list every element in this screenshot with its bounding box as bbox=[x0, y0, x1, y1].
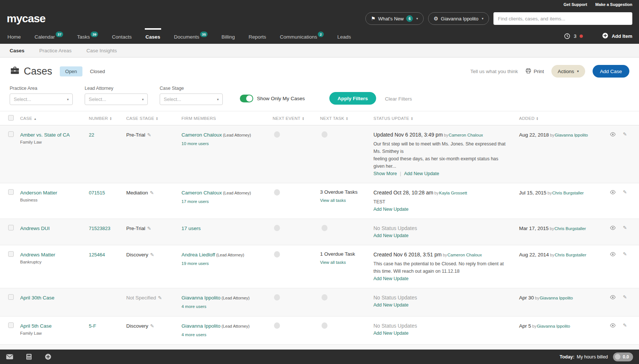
clear-filters-link[interactable]: Clear Filters bbox=[385, 96, 412, 102]
nav-item-cases[interactable]: Cases bbox=[145, 28, 161, 44]
nav-item-billing[interactable]: Billing bbox=[221, 28, 235, 44]
add-new-update-link[interactable]: Add New Update bbox=[374, 233, 409, 238]
get-support-link[interactable]: Get Support bbox=[564, 2, 587, 9]
view-all-tasks-link[interactable]: View all tasks bbox=[320, 198, 346, 203]
lead-attorney-select[interactable]: Select...▾ bbox=[85, 94, 148, 105]
case-link[interactable]: Amber vs. State of CA bbox=[20, 132, 70, 138]
added-by-link[interactable]: Chris Burgstaller bbox=[552, 191, 584, 195]
subnav-item-case-insights[interactable]: Case Insights bbox=[87, 48, 117, 53]
nav-item-reports[interactable]: Reports bbox=[248, 28, 267, 44]
case-link[interactable]: Andrews DUI bbox=[20, 226, 50, 231]
closed-filter-toggle[interactable]: Closed bbox=[90, 69, 105, 74]
more-users-link[interactable]: 4 more users bbox=[182, 332, 206, 337]
firm-member-link[interactable]: Cameron Chaloux bbox=[182, 190, 222, 196]
case-link[interactable]: April 5th Case bbox=[20, 323, 52, 329]
case-number-link[interactable]: 71523823 bbox=[89, 226, 110, 231]
row-checkbox[interactable] bbox=[8, 225, 14, 230]
add-item-button[interactable]: Add Item bbox=[602, 32, 632, 40]
firm-member-link[interactable]: Giavanna Ippolito bbox=[182, 323, 221, 329]
case-link[interactable]: Anderson Matter bbox=[20, 190, 57, 196]
edit-stage-pencil-icon[interactable]: ✎ bbox=[150, 323, 154, 329]
actions-dropdown-button[interactable]: Actions ▾ bbox=[551, 65, 585, 78]
add-case-button[interactable]: Add Case bbox=[593, 65, 629, 78]
added-by-link[interactable]: Chris Burgstaller bbox=[555, 253, 586, 257]
more-users-link[interactable]: 4 more users bbox=[182, 304, 206, 309]
make-suggestion-link[interactable]: Make a Suggestion bbox=[595, 2, 632, 9]
show-more-link[interactable]: Show More bbox=[374, 171, 397, 176]
add-new-update-link[interactable]: Add New Update bbox=[374, 276, 409, 281]
edit-case-pencil-icon[interactable]: ✎ bbox=[623, 189, 627, 195]
view-case-eye-icon[interactable] bbox=[610, 323, 616, 328]
added-by-link[interactable]: Chris Burgstaller bbox=[554, 226, 586, 231]
nav-item-communications[interactable]: Communications2 bbox=[279, 28, 325, 44]
edit-stage-pencil-icon[interactable]: ✎ bbox=[150, 190, 154, 196]
print-button[interactable]: Print bbox=[525, 68, 544, 75]
added-by-link[interactable]: Giavanna Ippolito bbox=[539, 296, 573, 300]
nav-item-contacts[interactable]: Contacts bbox=[111, 28, 132, 44]
timer-clock-icon[interactable] bbox=[564, 33, 570, 39]
column-header-added[interactable]: ADDED▲▼ bbox=[516, 111, 607, 125]
firm-member-link[interactable]: Andrea Liedloff bbox=[182, 252, 215, 258]
view-case-eye-icon[interactable] bbox=[610, 132, 616, 137]
edit-case-pencil-icon[interactable]: ✎ bbox=[623, 294, 627, 300]
nav-item-tasks[interactable]: Tasks39 bbox=[76, 28, 99, 44]
nav-item-calendar[interactable]: Calendar37 bbox=[34, 28, 64, 44]
nav-item-leads[interactable]: Leads bbox=[337, 28, 352, 44]
case-link[interactable]: Andrews Matter bbox=[20, 252, 55, 258]
case-number-link[interactable]: 071515 bbox=[89, 190, 105, 196]
view-all-tasks-link[interactable]: View all tasks bbox=[320, 260, 346, 265]
add-new-update-link[interactable]: Add New Update bbox=[374, 302, 409, 308]
row-checkbox[interactable] bbox=[8, 251, 14, 257]
calculator-icon[interactable] bbox=[26, 354, 32, 360]
row-checkbox[interactable] bbox=[8, 322, 14, 328]
mycase-logo[interactable]: mycase bbox=[7, 12, 45, 25]
feedback-link[interactable]: Tell us what you think bbox=[470, 69, 518, 74]
show-only-my-cases-toggle[interactable] bbox=[240, 95, 253, 102]
edit-stage-pencil-icon[interactable]: ✎ bbox=[158, 295, 162, 301]
apply-filters-button[interactable]: Apply Filters bbox=[329, 92, 376, 105]
more-users-link[interactable]: 10 more users bbox=[182, 141, 209, 146]
hours-billed-pill[interactable]: 0.0 bbox=[613, 352, 633, 361]
select-all-checkbox[interactable] bbox=[8, 115, 14, 121]
add-new-update-link[interactable]: Add New Update bbox=[374, 207, 409, 212]
row-checkbox[interactable] bbox=[8, 189, 14, 195]
column-header-next-event[interactable]: NEXT EVENT▲▼ bbox=[270, 111, 317, 125]
view-case-eye-icon[interactable] bbox=[610, 295, 616, 300]
case-number-link[interactable]: 125464 bbox=[89, 252, 105, 258]
firm-member-link[interactable]: 17 users bbox=[182, 226, 201, 231]
add-new-update-link[interactable]: Add New Update bbox=[374, 331, 409, 336]
case-number-link[interactable]: 22 bbox=[89, 132, 94, 138]
subnav-item-cases[interactable]: Cases bbox=[10, 48, 25, 53]
nav-item-documents[interactable]: Documents35 bbox=[173, 28, 209, 44]
column-header-status-update[interactable]: STATUS UPDATE▲▼ bbox=[371, 111, 516, 125]
global-search-input[interactable] bbox=[493, 12, 632, 25]
nav-item-home[interactable]: Home bbox=[7, 28, 22, 44]
edit-case-pencil-icon[interactable]: ✎ bbox=[623, 322, 627, 328]
view-case-eye-icon[interactable] bbox=[610, 190, 616, 195]
status-author-link[interactable]: Cameron Chaloux bbox=[447, 253, 482, 257]
edit-stage-pencil-icon[interactable]: ✎ bbox=[150, 252, 154, 258]
edit-stage-pencil-icon[interactable]: ✎ bbox=[147, 132, 151, 138]
edit-case-pencil-icon[interactable]: ✎ bbox=[623, 251, 627, 257]
view-case-eye-icon[interactable] bbox=[610, 225, 616, 230]
firm-member-link[interactable]: Giavanna Ippolito bbox=[182, 295, 221, 301]
status-author-link[interactable]: Cameron Chaloux bbox=[449, 133, 483, 137]
more-users-link[interactable]: 17 more users bbox=[182, 199, 209, 204]
row-checkbox[interactable] bbox=[8, 294, 14, 300]
practice-area-select[interactable]: Select...▾ bbox=[10, 94, 73, 105]
subnav-item-practice-areas[interactable]: Practice Areas bbox=[39, 48, 72, 53]
edit-case-pencil-icon[interactable]: ✎ bbox=[623, 225, 627, 230]
user-menu-button[interactable]: ⚙ Giavanna Ippolito ▾ bbox=[428, 12, 489, 25]
quick-add-plus-icon[interactable] bbox=[45, 353, 52, 360]
open-filter-toggle[interactable]: Open bbox=[60, 66, 83, 76]
edit-case-pencil-icon[interactable]: ✎ bbox=[623, 131, 627, 137]
case-stage-select[interactable]: Select...▾ bbox=[160, 94, 223, 105]
firm-member-link[interactable]: Cameron Chaloux bbox=[182, 132, 222, 138]
row-checkbox[interactable] bbox=[8, 131, 14, 137]
case-link[interactable]: April 30th Case bbox=[20, 295, 54, 301]
column-header-case[interactable]: CASE▲ bbox=[17, 111, 86, 125]
view-case-eye-icon[interactable] bbox=[610, 252, 616, 257]
added-by-link[interactable]: Giavanna Ippolito bbox=[537, 324, 570, 328]
column-header-case-stage[interactable]: CASE STAGE▲▼ bbox=[123, 111, 179, 125]
added-by-link[interactable]: Giavanna Ippolito bbox=[555, 133, 588, 137]
